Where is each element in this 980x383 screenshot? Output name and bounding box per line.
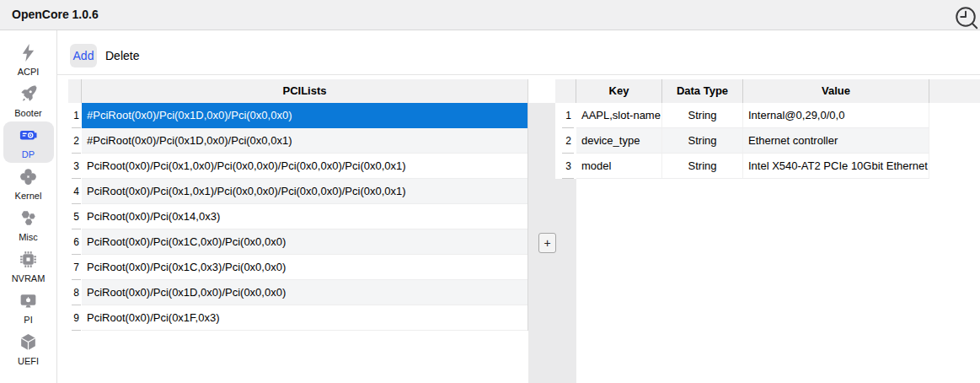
sidebar-item-nvram[interactable]: NVRAM — [3, 245, 54, 287]
pci-path-cell: PciRoot(0x0)/Pci(0x1D,0x0)/Pci(0x0,0x0) — [82, 280, 527, 305]
row-number: 7 — [68, 255, 82, 280]
lightning-bolt-icon — [18, 42, 39, 66]
pci-list-row[interactable]: 8 PciRoot(0x0)/Pci(0x1D,0x0)/Pci(0x0,0x0… — [68, 280, 527, 305]
row-number: 3 — [68, 154, 82, 179]
device-properties-body: 1 AAPL,slot-name String Internal@0,29,0/… — [555, 103, 980, 179]
add-button[interactable]: Add — [70, 44, 97, 67]
row-number: 4 — [68, 179, 82, 204]
device-properties-table-header: Key Data Type Value — [555, 79, 980, 103]
row-number: 3 — [555, 154, 576, 179]
pci-path-cell: PciRoot(0x0)/Pci(0x1F,0x3) — [82, 305, 527, 331]
chip-icon — [18, 249, 39, 272]
clock-history-button[interactable] — [951, 4, 980, 30]
data-type-column-header: Data Type — [662, 79, 743, 103]
header-filler — [929, 79, 980, 103]
sidebar-item-label: Booter — [14, 108, 41, 118]
display-apple-icon — [18, 290, 39, 314]
row-number: 1 — [68, 103, 82, 128]
delete-button[interactable]: Delete — [105, 44, 139, 67]
key-cell: model — [576, 154, 662, 179]
data-type-cell: String — [662, 103, 743, 128]
sidebar-item-label: ACPI — [18, 67, 40, 77]
pci-list-row[interactable]: 3 PciRoot(0x0)/Pci(0x1,0x0)/Pci(0x0,0x0)… — [68, 154, 527, 179]
sidebar-item-booter[interactable]: Booter — [3, 80, 54, 121]
value-cell: Intel X540-AT2 PCIe 10Gbit Ethernet — [743, 154, 929, 179]
pci-path-cell: PciRoot(0x0)/Pci(0x14,0x3) — [82, 204, 527, 229]
key-column-header: Key — [576, 79, 662, 103]
sidebar-item-label: DP — [22, 149, 35, 159]
pci-list-row[interactable]: 1 #PciRoot(0x0)/Pci(0x1D,0x0)/Pci(0x0,0x… — [68, 103, 527, 128]
row-number: 2 — [555, 128, 576, 154]
pci-path-cell: #PciRoot(0x0)/Pci(0x1D,0x0)/Pci(0x0,0x0) — [82, 103, 527, 128]
sidebar-item-kernel[interactable]: Kernel — [3, 163, 54, 204]
pci-lists-column-header: PCILists — [82, 79, 527, 103]
pci-lists-table-header: PCILists — [68, 79, 527, 103]
clover-icon — [18, 166, 39, 190]
row-number: 9 — [68, 305, 82, 331]
pci-path-cell: PciRoot(0x0)/Pci(0x1,0x1)/Pci(0x0,0x0)/P… — [82, 179, 527, 204]
pci-path-cell: PciRoot(0x0)/Pci(0x1,0x0)/Pci(0x0,0x0)/P… — [82, 154, 527, 179]
sidebar-item-label: PI — [24, 315, 32, 325]
clock-history-icon — [953, 19, 978, 30]
graphics-card-icon — [18, 125, 39, 148]
row-number: 8 — [68, 280, 82, 305]
key-cell: device_type — [576, 128, 662, 154]
pci-path-cell: PciRoot(0x0)/Pci(0x1C,0x3)/Pci(0x0,0x0) — [82, 255, 527, 280]
property-row[interactable]: 3 model String Intel X540-AT2 PCIe 10Gbi… — [555, 154, 980, 179]
title-bar: OpenCore 1.0.6 — [0, 0, 980, 30]
add-property-row-button[interactable]: + — [538, 233, 556, 253]
sidebar-item-label: Kernel — [15, 191, 42, 201]
sidebar-item-label: NVRAM — [12, 273, 46, 283]
rocket-icon — [18, 84, 39, 107]
sidebar-item-label: Misc — [19, 232, 38, 242]
row-number: 5 — [68, 204, 82, 229]
property-row[interactable]: 2 device_type String Ethernet controller — [555, 128, 980, 154]
device-properties-table: Key Data Type Value 1 AAPL,slot-name Str… — [555, 79, 980, 179]
value-cell: Internal@0,29,0/0,0 — [743, 103, 929, 128]
toolbar-divider — [57, 74, 980, 75]
app-title: OpenCore 1.0.6 — [12, 0, 99, 30]
cube-icon — [18, 332, 39, 355]
row-number: 6 — [68, 229, 82, 255]
sidebar-item-uefi[interactable]: UEFI — [3, 328, 54, 370]
hexagons-icon — [18, 208, 39, 231]
key-cell: AAPL,slot-name — [576, 103, 662, 128]
pci-path-cell: PciRoot(0x0)/Pci(0x1C,0x0)/Pci(0x0,0x0) — [82, 229, 527, 255]
pci-list-body: 1 #PciRoot(0x0)/Pci(0x1D,0x0)/Pci(0x0,0x… — [68, 103, 527, 331]
pci-list-row[interactable]: 4 PciRoot(0x0)/Pci(0x1,0x1)/Pci(0x0,0x0)… — [68, 179, 527, 204]
row-number: 2 — [68, 128, 82, 154]
pci-lists-table: PCILists 1 #PciRoot(0x0)/Pci(0x1D,0x0)/P… — [68, 79, 528, 331]
sidebar-item-label: UEFI — [18, 356, 39, 366]
data-type-cell: String — [662, 154, 743, 179]
value-column-header: Value — [743, 79, 929, 103]
pci-path-cell: #PciRoot(0x0)/Pci(0x1D,0x0)/Pci(0x0,0x1) — [82, 128, 527, 154]
sidebar-item-pi[interactable]: PI — [3, 287, 54, 328]
pci-list-row[interactable]: 9 PciRoot(0x0)/Pci(0x1F,0x3) — [68, 305, 527, 331]
pci-list-row[interactable]: 5 PciRoot(0x0)/Pci(0x14,0x3) — [68, 204, 527, 229]
row-number-header — [68, 79, 82, 103]
sidebar-item-dp[interactable]: DP — [3, 121, 54, 163]
sidebar-item-acpi[interactable]: ACPI — [3, 39, 54, 80]
pci-list-row[interactable]: 7 PciRoot(0x0)/Pci(0x1C,0x3)/Pci(0x0,0x0… — [68, 255, 527, 280]
pci-list-row[interactable]: 2 #PciRoot(0x0)/Pci(0x1D,0x0)/Pci(0x0,0x… — [68, 128, 527, 154]
row-number: 1 — [555, 103, 576, 128]
value-cell: Ethernet controller — [743, 128, 929, 154]
pci-list-row[interactable]: 6 PciRoot(0x0)/Pci(0x1C,0x0)/Pci(0x0,0x0… — [68, 229, 527, 255]
property-row[interactable]: 1 AAPL,slot-name String Internal@0,29,0/… — [555, 103, 980, 128]
sidebar-item-misc[interactable]: Misc — [3, 204, 54, 245]
data-type-cell: String — [662, 128, 743, 154]
sidebar: ACPI Booter DP — [0, 30, 57, 383]
row-number-header — [555, 79, 576, 103]
